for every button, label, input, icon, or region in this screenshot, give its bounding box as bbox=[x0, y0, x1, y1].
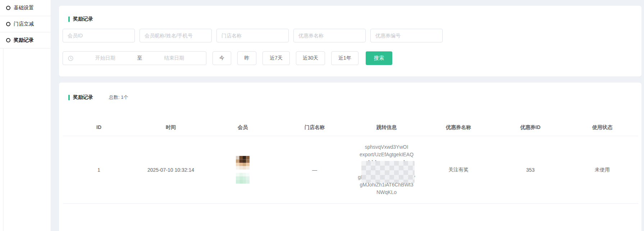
table-row: 1 2025-07-10 10:32:14 bbox=[63, 136, 638, 204]
search-button[interactable]: 搜索 bbox=[366, 51, 392, 65]
coupon-name-input[interactable] bbox=[293, 29, 366, 42]
cell-jump-info: sphsvqVxwd3YwOI export/UzEfAgtgekIEAQ AA… bbox=[351, 143, 423, 196]
member-name-input[interactable] bbox=[140, 29, 212, 42]
column-header-member: 会员 bbox=[207, 119, 279, 136]
filter-inputs-row bbox=[63, 29, 447, 42]
jump-info-line: export/UzEfAgtgekIEAQ bbox=[351, 151, 423, 158]
censored-blur-region bbox=[361, 161, 415, 183]
column-header-coupon-name: 优惠券名称 bbox=[423, 119, 494, 136]
coupon-code-input[interactable] bbox=[370, 29, 443, 42]
column-header-id: ID bbox=[63, 119, 135, 136]
total-count-label: 总数: 1个 bbox=[109, 94, 128, 101]
column-header-time: 时间 bbox=[135, 119, 207, 136]
cell-store-name: — bbox=[279, 167, 351, 173]
jump-info-line: sphsvqVxwd3YwOI bbox=[351, 143, 423, 151]
column-header-use-status: 使用状态 bbox=[566, 119, 638, 136]
title-marker-bar bbox=[68, 95, 70, 100]
table-header-row: ID 时间 会员 门店名称 跳转信息 优惠券名称 优惠券ID 使用状态 bbox=[63, 119, 638, 136]
filter-date-row: 开始日期 至 结束日期 今 昨 近7天 近30天 近1年 搜索 bbox=[63, 51, 392, 65]
sidebar: 基础设置 门店立减 奖励记录 bbox=[0, 0, 51, 231]
title-marker-bar bbox=[68, 17, 70, 22]
cell-coupon-id: 353 bbox=[494, 167, 566, 173]
date-range-picker[interactable]: 开始日期 至 结束日期 bbox=[63, 51, 206, 65]
cell-coupon-name: 关注有奖 bbox=[423, 167, 494, 173]
member-id-input[interactable] bbox=[63, 29, 135, 42]
today-button[interactable]: 今 bbox=[213, 51, 231, 65]
cell-use-status: 未使用 bbox=[566, 167, 638, 173]
filter-panel: 奖励记录 开始日期 至 结束日期 今 昨 近7天 近30天 近1年 搜索 bbox=[59, 6, 641, 77]
records-panel-title: 奖励记录 总数: 1个 bbox=[68, 94, 128, 101]
store-name-input[interactable] bbox=[216, 29, 289, 42]
column-header-jump-info: 跳转信息 bbox=[351, 119, 423, 136]
last-1-year-button[interactable]: 近1年 bbox=[331, 51, 358, 65]
panel-title-text: 奖励记录 bbox=[73, 16, 93, 22]
end-date-placeholder[interactable]: 结束日期 bbox=[142, 55, 206, 61]
sidebar-item-basic-settings[interactable]: 基础设置 bbox=[0, 0, 51, 16]
circle-icon bbox=[6, 6, 10, 10]
cell-id: 1 bbox=[63, 167, 135, 173]
filter-panel-title: 奖励记录 bbox=[68, 16, 93, 22]
jump-info-line: NWqKLo bbox=[351, 189, 423, 196]
circle-icon bbox=[6, 38, 10, 42]
start-date-placeholder[interactable]: 开始日期 bbox=[73, 55, 137, 61]
yesterday-button[interactable]: 昨 bbox=[237, 51, 256, 65]
avatar-face-pixelated bbox=[236, 156, 250, 170]
last-30-days-button[interactable]: 近30天 bbox=[296, 51, 325, 65]
cell-member bbox=[207, 156, 279, 184]
sidebar-item-label: 门店立减 bbox=[14, 21, 34, 27]
sidebar-item-reward-records[interactable]: 奖励记录 bbox=[0, 32, 51, 48]
column-header-store-name: 门店名称 bbox=[279, 119, 351, 136]
sidebar-item-store-discount[interactable]: 门店立减 bbox=[0, 16, 51, 32]
avatar-bottom-pixelated bbox=[236, 173, 250, 184]
date-range-separator: 至 bbox=[137, 55, 142, 61]
circle-icon bbox=[6, 22, 10, 26]
column-header-coupon-id: 优惠券ID bbox=[494, 119, 566, 136]
clock-icon bbox=[68, 56, 73, 61]
sidebar-item-label: 奖励记录 bbox=[14, 37, 34, 43]
records-panel: 奖励记录 总数: 1个 ID 时间 会员 门店名称 跳转信息 优惠券名称 优惠券… bbox=[59, 83, 641, 231]
sidebar-item-label: 基础设置 bbox=[14, 5, 34, 11]
panel-title-text: 奖励记录 bbox=[73, 94, 93, 101]
member-avatar-blurred bbox=[207, 156, 279, 184]
last-7-days-button[interactable]: 近7天 bbox=[262, 51, 290, 65]
cell-time: 2025-07-10 10:32:14 bbox=[135, 167, 207, 173]
records-table: ID 时间 会员 门店名称 跳转信息 优惠券名称 优惠券ID 使用状态 1 20… bbox=[63, 119, 638, 204]
